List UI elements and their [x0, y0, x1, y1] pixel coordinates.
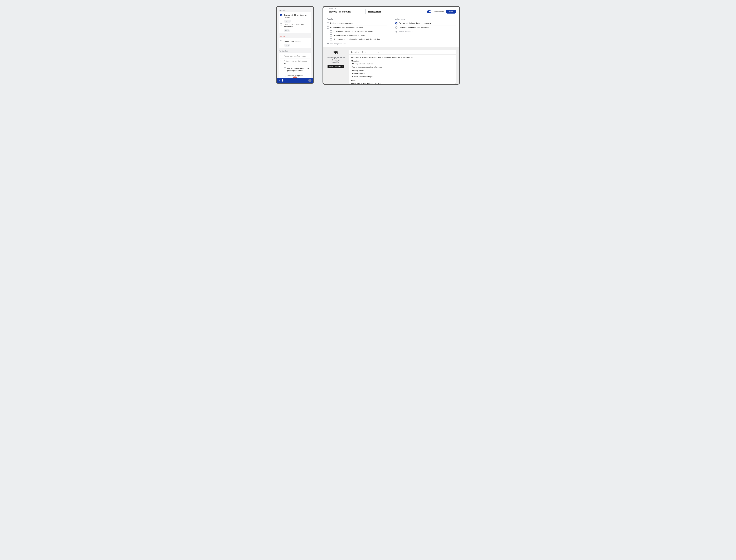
user-icon: [309, 80, 311, 81]
task-item[interactable]: Sync up with Bill and document changes.: [280, 13, 310, 19]
task-label: Status update for Jane: [284, 40, 301, 43]
action-item[interactable]: Sync up with Bill and document changes.: [396, 21, 456, 25]
add-action-item[interactable]: Add an Action Item: [396, 29, 456, 33]
checkbox-icon[interactable]: [327, 26, 329, 29]
upcoming-card: Sync up with Bill and document changes. …: [279, 12, 311, 33]
outdent-button[interactable]: [378, 51, 380, 53]
meeting-header: Meeting Title Weekly PM Meeting Meeting …: [323, 7, 459, 16]
add-agenda-item[interactable]: Add an Agenda Item: [327, 41, 387, 45]
format-label: Normal: [351, 51, 357, 53]
task-label: Go over client asks and most pressing us…: [287, 67, 310, 72]
begin-transcription-button[interactable]: Begin Transcription: [327, 65, 344, 68]
checkbox-icon[interactable]: [284, 67, 286, 69]
checkbox-icon[interactable]: [396, 22, 398, 24]
checkbox-icon[interactable]: [330, 30, 332, 33]
action-item-label: Sync up with Bill and document changes.: [399, 22, 431, 24]
italic-button[interactable]: I: [365, 51, 366, 53]
desktop-panel: Meeting Title Weekly PM Meeting Meeting …: [322, 6, 460, 85]
notes-line: - Meeting with Dr. R: [351, 69, 454, 72]
task-label: Project needs and deliverables talk: [284, 60, 310, 64]
checkbox-icon[interactable]: [280, 40, 282, 42]
transcription-copy: Supercharge your minutes with secure, li…: [327, 57, 345, 63]
notes-line: - Make a list of bugs that currently exi…: [351, 82, 454, 84]
due-date-chip: Dec 1: [284, 44, 290, 47]
agenda-subitem[interactable]: Go over client asks and most pressing us…: [327, 29, 387, 33]
notes-heading: Code: [351, 79, 355, 81]
bullet-list-button[interactable]: [369, 51, 371, 53]
due-date-chip: Jan 1: [284, 29, 290, 32]
meeting-title-value: Weekly PM Meeting: [329, 10, 364, 13]
avatar[interactable]: [308, 79, 311, 82]
plus-icon: [396, 31, 398, 33]
agenda-label: Available design and development team: [333, 34, 365, 36]
format-dropdown[interactable]: Normal: [351, 51, 359, 53]
task-label: Review Last week's progress: [284, 55, 306, 57]
nodue-card: Review Last week's progress Project need…: [279, 53, 311, 78]
indent-icon: [374, 51, 376, 53]
audio-wave-icon: [327, 51, 345, 54]
checkbox-icon[interactable]: [280, 14, 282, 16]
chevron-up-icon[interactable]: [278, 80, 280, 81]
task-item[interactable]: Review Last week's progress: [280, 54, 310, 58]
section-title-upcoming: Upcoming: [279, 9, 311, 11]
checkbox-icon[interactable]: [280, 23, 282, 25]
agenda-label: Go over client asks and most pressing us…: [333, 30, 373, 32]
notes-line: - Test software, ask questions afterward…: [351, 66, 454, 68]
agenda-item[interactable]: Review Last week's progress: [327, 21, 387, 25]
agenda-subitem[interactable]: Discuss project burndown chart and antic…: [327, 37, 387, 41]
meeting-title-floating-label: Meeting Title: [328, 8, 337, 9]
task-label: Available design and development team: [287, 75, 310, 78]
section-title-nodue: No Due Date: [279, 50, 311, 52]
checkbox-icon[interactable]: [284, 75, 286, 77]
detailed-view-label: Detailed View: [434, 11, 444, 13]
checkbox-icon[interactable]: [327, 22, 329, 24]
meeting-lower: Supercharge your minutes with secure, li…: [323, 47, 459, 85]
checkbox-icon[interactable]: [396, 26, 398, 29]
agenda-item[interactable]: Project needs and deliverables discussio…: [327, 25, 387, 29]
notes-heading: Thursday: [351, 60, 359, 62]
chat-icon[interactable]: [281, 79, 284, 82]
task-label: Finalize project needs and deliverables: [284, 23, 310, 28]
share-button[interactable]: Share: [446, 10, 456, 14]
subtask-item[interactable]: Go over client asks and most pressing us…: [280, 66, 310, 72]
action-item[interactable]: Finalize project needs and deliverables: [396, 25, 456, 29]
transcription-promo: Supercharge your minutes with secure, li…: [327, 50, 345, 68]
notes-line: - Discuss iteration techniques: [351, 75, 454, 78]
agenda-label: Discuss project burndown chart and antic…: [333, 38, 380, 40]
action-items-column: Action Items Sync up with Bill and docum…: [396, 18, 456, 45]
meeting-title-input[interactable]: Meeting Title Weekly PM Meeting: [327, 9, 365, 14]
checkbox-icon[interactable]: [280, 55, 282, 57]
outdent-icon: [378, 51, 380, 53]
svg-point-1: [282, 80, 283, 81]
checkbox-icon[interactable]: [330, 38, 332, 40]
chevron-down-icon: [358, 52, 359, 53]
detailed-view-toggle[interactable]: [427, 10, 431, 13]
notes-line: - Meeting scheduled by Dan:: [351, 63, 454, 65]
action-items-title: Action Items: [396, 18, 456, 20]
action-item-label: Finalize project needs and deliverables: [399, 26, 430, 28]
agenda-column: Agenda Review Last week's progress Proje…: [327, 18, 387, 45]
mobile-panel: Upcoming Sync up with Bill and document …: [276, 6, 314, 84]
notes-editor: Normal B I First Order of business: How …: [349, 50, 456, 84]
add-action-item-label: Add an Action Item: [399, 31, 414, 33]
checkbox-icon[interactable]: [330, 34, 332, 36]
meeting-body: Agenda Review Last week's progress Proje…: [323, 16, 459, 47]
bottom-bar: [277, 78, 313, 83]
task-item[interactable]: Status update for Jane: [280, 40, 310, 43]
mobile-task-list: Upcoming Sync up with Bill and document …: [277, 7, 313, 78]
agenda-subitem[interactable]: Available design and development team: [327, 33, 387, 37]
agenda-label: Project needs and deliverables discussio…: [330, 26, 363, 28]
indent-button[interactable]: [374, 51, 376, 53]
notes-line: - Debrief last pitch: [351, 72, 454, 75]
checkbox-icon[interactable]: [280, 60, 282, 62]
task-item[interactable]: Finalize project needs and deliverables: [280, 23, 310, 28]
task-item[interactable]: Project needs and deliverables talk: [280, 59, 310, 65]
task-label: Sync up with Bill and document changes.: [284, 14, 310, 19]
agenda-title: Agenda: [327, 18, 387, 20]
plus-icon: [327, 43, 329, 45]
due-date-chip: Dec 30: [284, 20, 291, 23]
overdue-card: Status update for Jane Dec 1: [279, 38, 311, 48]
meeting-details-link[interactable]: Meeting Details: [368, 11, 381, 13]
bold-button[interactable]: B: [362, 51, 363, 53]
editor-content[interactable]: First Order of business: How many prezel…: [349, 55, 456, 84]
